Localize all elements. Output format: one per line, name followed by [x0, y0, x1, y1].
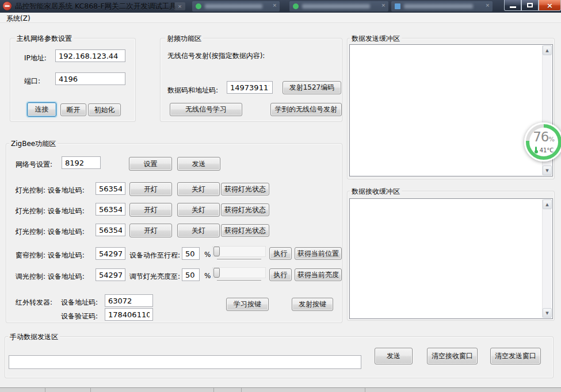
- port-input[interactable]: [55, 72, 125, 85]
- background-browser-tab[interactable]: ×: [391, 1, 493, 11]
- light-addr-input[interactable]: [96, 182, 125, 195]
- rf-group: 射频功能区 无线信号发射(按指定数据内容): 数据码和地址码: 发射1527编码…: [160, 38, 342, 122]
- manual-send-title: 手动数据发送区: [8, 332, 60, 342]
- rf-code-input[interactable]: [227, 81, 273, 94]
- ir-label: 红外转发器:: [16, 298, 52, 308]
- zigbee-network-label: 网络号设置:: [16, 160, 52, 170]
- scroll-up-icon[interactable]: ▲: [543, 199, 552, 209]
- ip-label: IP地址:: [24, 53, 47, 63]
- curtain-action-label: 设备动作至行程:: [129, 251, 180, 260]
- rf-send-learned-button[interactable]: 学到的无线信号发射: [270, 103, 342, 116]
- dimmer-action-label: 调节灯光亮度至:: [129, 272, 180, 282]
- dimmer-percent-input[interactable]: [182, 268, 200, 281]
- ir-verify-input[interactable]: [105, 308, 153, 321]
- light-status-button[interactable]: 获得灯光状态: [221, 183, 269, 195]
- light-off-button[interactable]: 关灯: [177, 224, 220, 237]
- ip-input[interactable]: [55, 49, 125, 62]
- temperature-value: 41°C: [540, 147, 554, 153]
- manual-send-group: 手动数据发送区 发送 清空接收窗口 清空发送窗口: [5, 336, 554, 378]
- dimmer-slider-thumb[interactable]: [213, 268, 220, 278]
- zigbee-set-button[interactable]: 设置: [129, 157, 172, 171]
- close-icon: ×: [547, 1, 553, 10]
- recv-buffer-scrollbar[interactable]: ▲ ▼: [542, 199, 552, 318]
- ir-addr-input[interactable]: [105, 294, 153, 307]
- background-browser-tab[interactable]: ×: [289, 1, 388, 11]
- menu-bar: 系统(Z): [0, 13, 561, 23]
- tab-favicon-green-icon: [196, 3, 201, 9]
- rf-learn-button[interactable]: 无线信号学习: [170, 103, 242, 116]
- dimmer-slider[interactable]: [212, 267, 266, 282]
- blurred-tab-text: [302, 4, 370, 9]
- tab-favicon-blue-icon: [395, 3, 400, 9]
- send-buffer-textarea[interactable]: ▲ ▼: [349, 44, 553, 176]
- zigbee-group-title: ZigBee功能区: [9, 139, 58, 149]
- network-settings-group-title: 主机网络参数设置: [15, 34, 74, 44]
- scroll-down-icon[interactable]: ▼: [543, 166, 552, 175]
- send-1527-button[interactable]: 发射1527编码: [283, 81, 341, 94]
- clear-recv-button[interactable]: 清空接收窗口: [427, 348, 478, 364]
- application-window: 晶控智能家居系统 KC868-F网关二次开发调试工具 × × × × × 系统: [0, 0, 561, 392]
- dimmer-row-label: 调光控制: 设备地址码:: [16, 272, 85, 282]
- connect-button[interactable]: 连接: [27, 102, 56, 117]
- dimmer-addr-input[interactable]: [96, 268, 125, 281]
- curtain-row-label: 窗帘控制: 设备地址码:: [16, 251, 85, 260]
- scroll-down-icon[interactable]: ▼: [543, 308, 552, 318]
- light-addr-input[interactable]: [96, 224, 125, 236]
- tab-close-icon[interactable]: ×: [381, 2, 386, 8]
- zigbee-group: ZigBee功能区 网络号设置: 设置 发送 灯光控制: 设备地址码: 开灯 关…: [6, 143, 342, 323]
- curtain-get-position-button[interactable]: 获得当前位置: [295, 247, 342, 260]
- background-browser-tab[interactable]: ×: [192, 1, 280, 11]
- close-button[interactable]: ×: [539, 0, 561, 11]
- manual-send-button[interactable]: 发送: [375, 348, 413, 364]
- ir-emit-key-button[interactable]: 发射按键: [292, 298, 333, 311]
- light-on-button[interactable]: 开灯: [129, 182, 172, 196]
- rf-hint-label: 无线信号发射(按指定数据内容):: [167, 51, 265, 61]
- minimize-button[interactable]: [504, 0, 521, 11]
- init-button[interactable]: 初始化: [88, 103, 121, 116]
- light-on-button[interactable]: 开灯: [129, 203, 172, 217]
- light-on-button[interactable]: 开灯: [129, 224, 172, 237]
- recv-buffer-group: 数据接收缓冲区 ▲ ▼: [347, 191, 555, 321]
- manual-send-input[interactable]: [9, 355, 361, 369]
- maximize-icon: [527, 3, 533, 7]
- tab-close-icon[interactable]: ×: [485, 2, 490, 8]
- recv-buffer-title: 数据接收缓冲区: [350, 187, 402, 197]
- light-status-button[interactable]: 获得灯光状态: [221, 224, 269, 237]
- light-row-label: 灯光控制: 设备地址码:: [16, 186, 85, 195]
- rf-group-title: 射频功能区: [165, 34, 203, 44]
- port-label: 端口:: [24, 76, 40, 86]
- curtain-slider-thumb[interactable]: [213, 247, 220, 256]
- light-row-label: 灯光控制: 设备地址码:: [16, 206, 85, 216]
- ir-learn-key-button[interactable]: 学习按键: [226, 298, 269, 311]
- light-off-button[interactable]: 关灯: [177, 182, 220, 196]
- light-status-button[interactable]: 获得灯光状态: [221, 203, 269, 216]
- menu-system[interactable]: 系统(Z): [4, 13, 33, 24]
- scroll-up-icon[interactable]: ▲: [543, 45, 552, 55]
- curtain-exec-button[interactable]: 执行: [269, 247, 292, 260]
- blurred-tab-text: [404, 4, 473, 9]
- light-row-label: 灯光控制: 设备地址码:: [16, 227, 85, 237]
- tab-close-icon[interactable]: ×: [272, 2, 277, 8]
- curtain-percent-input[interactable]: [182, 247, 200, 260]
- app-icon: [3, 2, 12, 10]
- light-addr-input[interactable]: [96, 203, 125, 216]
- system-monitor-gauge[interactable]: 76% 41°C: [524, 122, 561, 162]
- recv-buffer-textarea[interactable]: ▲ ▼: [349, 198, 553, 319]
- zigbee-network-input[interactable]: [62, 156, 101, 169]
- curtain-slider[interactable]: [212, 246, 266, 261]
- light-off-button[interactable]: 关灯: [177, 203, 220, 217]
- minimize-icon: [510, 6, 516, 8]
- network-settings-group: 主机网络参数设置 IP地址: 端口: 连接 断开 初始化: [10, 38, 136, 122]
- ir-verify-label: 设备验证码:: [61, 312, 98, 321]
- taskbar-edge: [0, 387, 561, 392]
- curtain-addr-input[interactable]: [96, 247, 125, 260]
- disconnect-button[interactable]: 断开: [60, 103, 86, 116]
- zigbee-send-button[interactable]: 发送: [177, 157, 220, 171]
- dimmer-get-brightness-button[interactable]: 获得当前亮度: [295, 268, 342, 281]
- dimmer-exec-button[interactable]: 执行: [269, 268, 292, 281]
- background-tab-close-icon[interactable]: ×: [174, 2, 185, 10]
- ir-addr-label: 设备地址码:: [61, 298, 98, 308]
- maximize-button[interactable]: [521, 0, 539, 11]
- curtain-percent-unit: %: [204, 251, 211, 259]
- clear-send-button[interactable]: 清空发送窗口: [490, 348, 541, 364]
